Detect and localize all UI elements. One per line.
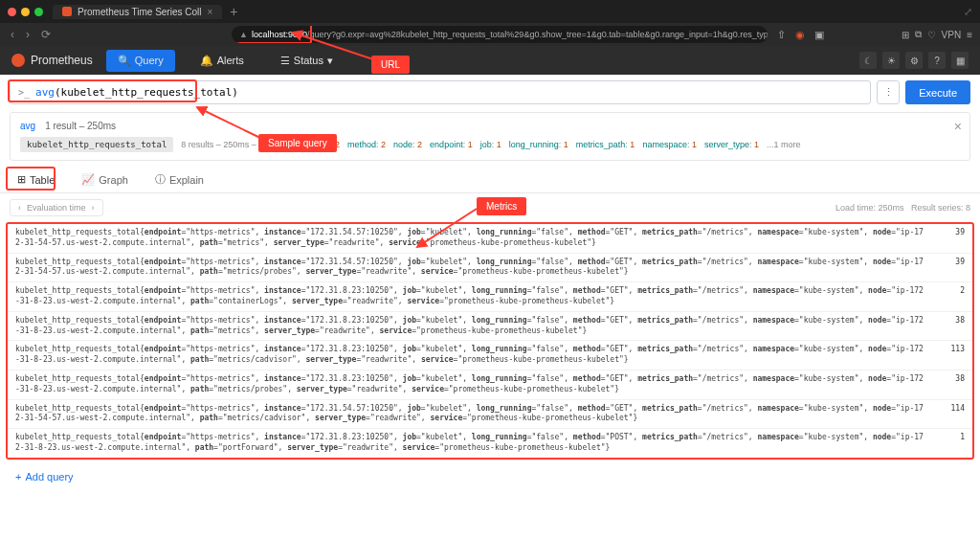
series-value: 38: [926, 374, 965, 395]
chevron-down-icon: ▾: [327, 55, 333, 67]
back-button[interactable]: ‹: [8, 28, 17, 41]
evaluation-time-input[interactable]: ‹ Evaluation time ›: [10, 199, 103, 216]
label-count: method: 2: [347, 140, 386, 149]
shield-icon[interactable]: ◉: [795, 29, 805, 41]
expression-input[interactable]: >_ avg(kubelet_http_requests_total): [10, 80, 871, 104]
reload-button[interactable]: ⟳: [38, 28, 54, 41]
prometheus-logo[interactable]: Prometheus: [11, 54, 93, 67]
query-tree-panel: × avg 1 result – 250ms kubelet_http_requ…: [10, 112, 970, 161]
plus-icon: +: [15, 471, 21, 483]
more-button[interactable]: ⋮: [877, 80, 900, 104]
series-label: kubelet_http_requests_total{endpoint="ht…: [15, 374, 926, 395]
explain-icon: ⓘ: [155, 172, 166, 187]
url-host: localhost:9090: [252, 30, 307, 39]
graph-icon: 📈: [81, 173, 95, 186]
label-count: long_running: 1: [509, 140, 568, 149]
menu-icon[interactable]: ≡: [967, 30, 972, 40]
table-row[interactable]: kubelet_http_requests_total{endpoint="ht…: [8, 371, 972, 400]
series-label: kubelet_http_requests_total{endpoint="ht…: [15, 286, 926, 307]
query-fn: avg: [35, 86, 55, 99]
series-value: 39: [926, 258, 965, 279]
ext-icon[interactable]: ▣: [814, 29, 824, 41]
table-row[interactable]: kubelet_http_requests_total{endpoint="ht…: [8, 224, 972, 254]
tab-graph[interactable]: 📈 Graph: [74, 168, 136, 191]
results-table: kubelet_http_requests_total{endpoint="ht…: [6, 222, 974, 460]
layout-icon[interactable]: ▦: [951, 52, 969, 69]
tab-strip: Prometheus Time Series Coll × + ⤢: [0, 0, 980, 23]
series-value: 39: [926, 228, 965, 249]
copy-icon[interactable]: ⧉: [915, 29, 922, 40]
address-row: ‹ › ⟳ ▲ localhost:9090/query?g0.expr=avg…: [0, 23, 980, 46]
tab-explain[interactable]: ⓘ Explain: [147, 167, 212, 192]
hints-more: ...1 more: [767, 140, 801, 149]
label-count: job: 1: [480, 140, 501, 149]
sun-icon[interactable]: ☀: [882, 52, 900, 69]
forward-button[interactable]: ›: [23, 28, 33, 41]
execute-button[interactable]: Execute: [905, 80, 970, 104]
query-metric: kubelet_http_requests_total: [61, 86, 233, 99]
url-path: /query?g0.expr=avg%28kubelet_http_reques…: [307, 30, 768, 39]
label-count: server_type: 1: [704, 140, 759, 149]
stack-icon: ☰: [280, 55, 290, 67]
nav-alerts[interactable]: 🔔 Alerts: [189, 50, 256, 72]
table-icon: ⊞: [17, 173, 26, 186]
view-tabs: ⊞ Table 📈 Graph ⓘ Explain: [0, 167, 980, 193]
callout-sample-query: Sample query: [258, 134, 337, 152]
prompt-icon: >_: [18, 87, 30, 98]
table-row[interactable]: kubelet_http_requests_total{endpoint="ht…: [8, 429, 972, 458]
series-value: 1: [926, 433, 965, 454]
query-bar: >_ avg(kubelet_http_requests_total) ⋮ Ex…: [0, 75, 980, 110]
table-row[interactable]: kubelet_http_requests_total{endpoint="ht…: [8, 254, 972, 283]
series-label: kubelet_http_requests_total{endpoint="ht…: [15, 228, 926, 249]
close-icon[interactable]: ×: [208, 7, 213, 17]
fn-badge: avg: [20, 121, 35, 131]
flame-icon: [11, 54, 25, 67]
hints-labels: kubelet_http_requests_total 8 results – …: [20, 137, 960, 152]
help-icon[interactable]: ?: [928, 52, 946, 69]
browser-right-icons: ⊞ ⧉ ♡ VPN ≡: [902, 29, 972, 40]
address-bar[interactable]: ▲ localhost:9090/query?g0.expr=avg%28kub…: [232, 26, 768, 43]
settings-icon[interactable]: ⚙: [905, 52, 923, 69]
table-row[interactable]: kubelet_http_requests_total{endpoint="ht…: [8, 341, 972, 371]
vpn-badge[interactable]: VPN: [942, 30, 962, 40]
metric-chip: kubelet_http_requests_total: [20, 137, 173, 152]
add-query-button[interactable]: + Add query: [10, 467, 79, 486]
label-count: metrics_path: 1: [576, 140, 635, 149]
series-label: kubelet_http_requests_total{endpoint="ht…: [15, 404, 926, 425]
chevron-right-icon: ›: [92, 203, 95, 213]
nav-status[interactable]: ☰ Status ▾: [269, 50, 345, 72]
prometheus-header: Prometheus 🔍 Query 🔔 Alerts ☰ Status ▾ ☾…: [0, 46, 980, 75]
table-row[interactable]: kubelet_http_requests_total{endpoint="ht…: [8, 400, 972, 430]
window-expand-icon[interactable]: ⤢: [964, 6, 972, 18]
close-panel-button[interactable]: ×: [954, 119, 962, 134]
load-stats: Load time: 250ms Result series: 8: [835, 203, 970, 213]
theme-toggle[interactable]: ☾: [859, 52, 877, 69]
grid-icon[interactable]: ⊞: [902, 30, 909, 40]
series-label: kubelet_http_requests_total{endpoint="ht…: [15, 316, 926, 337]
browser-tab[interactable]: Prometheus Time Series Coll ×: [53, 5, 222, 19]
series-label: kubelet_http_requests_total{endpoint="ht…: [15, 345, 926, 366]
hints-stats: 8 results – 250ms –: [181, 140, 256, 149]
traffic-lights[interactable]: [8, 8, 43, 16]
search-icon: 🔍: [118, 55, 131, 67]
upload-icon[interactable]: ⇧: [777, 29, 786, 41]
series-label: kubelet_http_requests_total{endpoint="ht…: [15, 433, 926, 454]
new-tab-button[interactable]: +: [230, 4, 237, 19]
table-row[interactable]: kubelet_http_requests_total{endpoint="ht…: [8, 282, 972, 312]
tab-table[interactable]: ⊞ Table: [10, 168, 62, 191]
bell-icon: 🔔: [200, 55, 213, 67]
heart-icon[interactable]: ♡: [927, 30, 936, 40]
series-value: 38: [926, 316, 965, 337]
series-value: 113: [926, 345, 965, 366]
tab-title: Prometheus Time Series Coll: [78, 7, 202, 17]
nav-query[interactable]: 🔍 Query: [106, 50, 175, 72]
table-row[interactable]: kubelet_http_requests_total{endpoint="ht…: [8, 312, 972, 342]
series-value: 2: [926, 286, 965, 307]
app-name: Prometheus: [31, 54, 93, 67]
series-value: 114: [926, 404, 965, 425]
header-right: ☾ ☀ ⚙ ? ▦: [859, 52, 969, 69]
series-label: kubelet_http_requests_total{endpoint="ht…: [15, 258, 926, 279]
insecure-icon: ▲: [239, 30, 248, 39]
label-count: namespace: 1: [642, 140, 697, 149]
hints-summary: avg 1 result – 250ms: [20, 121, 960, 131]
